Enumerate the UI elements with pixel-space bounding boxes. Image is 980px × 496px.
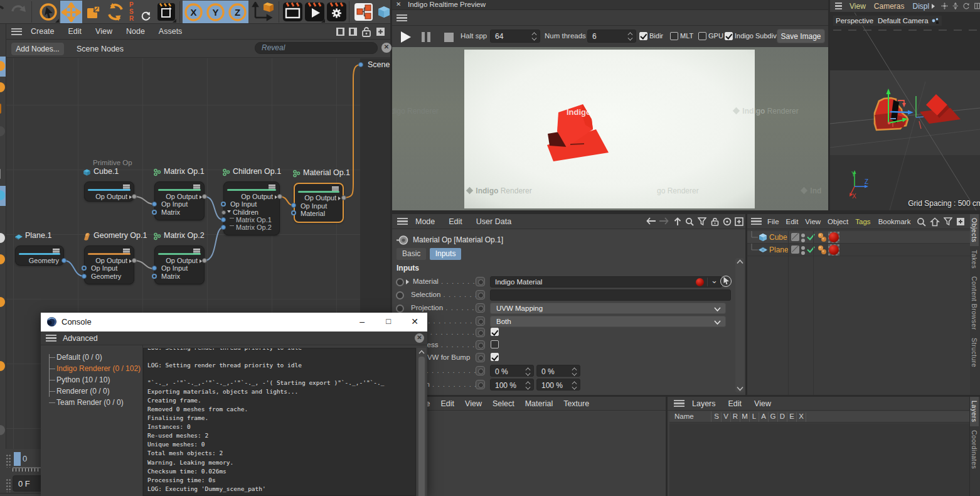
partial-tool-icon[interactable] [0, 143, 6, 163]
menu-assets[interactable]: Assets [159, 27, 183, 36]
port-geometry-output[interactable]: Geometry [29, 257, 59, 264]
menu-bookmark[interactable]: Bookmark [878, 218, 911, 225]
children-port-dot[interactable] [221, 210, 226, 215]
column-e[interactable]: E [787, 412, 797, 422]
repetition-v-field[interactable]: 100 % [536, 379, 580, 391]
node-plane-1[interactable]: Geometry [15, 245, 64, 266]
pick-object-icon[interactable] [720, 276, 732, 287]
tile-checkbox[interactable] [491, 328, 499, 336]
column-name[interactable]: Name [674, 412, 694, 420]
port-op-output[interactable]: Op Output [241, 193, 273, 200]
selection-field[interactable] [490, 289, 731, 301]
attribute-menu-icon[interactable] [397, 218, 408, 225]
offset-u-field[interactable]: 0 % [490, 365, 534, 377]
anim-dot[interactable] [396, 305, 404, 313]
dual-panel-icon[interactable] [348, 27, 358, 38]
side-tab-objects[interactable]: Objects [970, 214, 979, 246]
search-icon[interactable] [917, 217, 926, 229]
partial-tool-icon[interactable] [0, 122, 6, 142]
partial-tool-icon[interactable] [0, 186, 6, 206]
minimize-icon[interactable]: – [360, 316, 365, 326]
chevron-down-icon[interactable]: ⌄ [711, 276, 718, 285]
filter-icon[interactable] [698, 217, 706, 227]
pause-button[interactable] [421, 31, 431, 45]
port-op-input[interactable]: Op Input [301, 202, 327, 210]
output-port-dot[interactable] [277, 194, 282, 199]
menu-edit[interactable]: Edit [441, 399, 455, 408]
menu-view[interactable]: View [465, 399, 482, 408]
close-icon[interactable]: ✕ [396, 1, 401, 8]
menu-edit[interactable]: Edit [449, 217, 462, 226]
enabled-check-icon[interactable] [807, 246, 815, 253]
menu-select[interactable]: Select [493, 399, 514, 408]
partial-tool-icon[interactable] [0, 357, 6, 377]
console-scrollbar[interactable] [417, 348, 426, 496]
tree-item-team-render[interactable]: Team Render (0 / 0) [49, 398, 142, 407]
home-icon[interactable] [930, 217, 940, 229]
drag-grip[interactable] [6, 454, 11, 468]
console-log[interactable]: LOG: Setting render thread priority to i… [143, 348, 416, 496]
port-icon[interactable] [476, 316, 485, 326]
gpu-checkbox[interactable]: GPU [698, 31, 723, 40]
preview-menu-icon[interactable] [397, 14, 407, 21]
xpresso-tag-icon[interactable] [817, 232, 828, 242]
node-cube-1[interactable]: Op Output [84, 181, 134, 202]
partial-tool-icon[interactable] [0, 271, 6, 291]
projection-dropdown[interactable]: UVW Mapping [490, 303, 726, 314]
tree-item-indigo-renderer[interactable]: Indigo Renderer (0 / 102) [49, 364, 142, 373]
object-row-plane[interactable]: Plane [747, 244, 970, 256]
menu-layers[interactable]: Layers [692, 399, 716, 408]
zoom-view-icon[interactable] [952, 1, 959, 11]
anim-dot[interactable] [396, 291, 404, 299]
node-title[interactable]: Matrix Op.1 [164, 167, 205, 176]
anim-dot[interactable] [396, 278, 404, 286]
partial-tool-icon[interactable] [0, 99, 6, 119]
rotate-view-icon[interactable] [963, 1, 970, 11]
material-tag-icon[interactable] [828, 232, 839, 243]
psr-tool-button[interactable]: PSR [126, 1, 152, 23]
menu-mode[interactable]: Mode [415, 217, 435, 226]
filter-icon[interactable] [944, 217, 952, 227]
scene-nodes-button[interactable] [353, 1, 375, 23]
tree-item-default[interactable]: Default (0 / 0) [49, 353, 142, 362]
xpresso-tag-icon[interactable] [817, 245, 828, 255]
partial-tool-icon[interactable] [0, 314, 6, 334]
projection-label[interactable]: Perspective [833, 16, 876, 26]
object-menu-icon[interactable] [751, 218, 762, 225]
input-port-dot[interactable] [291, 203, 296, 208]
target-icon[interactable] [723, 217, 732, 228]
node-geometry-op-1[interactable]: Op Output Op Input Geometry [84, 245, 134, 284]
partial-tool-icon[interactable] [0, 250, 6, 270]
port-icon[interactable] [476, 366, 485, 375]
port-matrix[interactable]: Matrix [161, 208, 180, 216]
enabled-check-icon[interactable] [807, 234, 815, 240]
port-op-input[interactable]: Op Input [161, 264, 188, 272]
render-view-button[interactable] [282, 1, 304, 23]
node-editor-menu-icon[interactable] [11, 28, 22, 35]
port-material[interactable]: Material [301, 210, 325, 217]
port-icon[interactable] [476, 328, 485, 337]
port-icon[interactable] [476, 290, 485, 299]
tab-inputs[interactable]: Inputs [430, 248, 462, 260]
partial-tool-icon[interactable] [0, 57, 6, 77]
menu-edit[interactable]: Edit [68, 27, 82, 36]
port-icon[interactable] [476, 340, 485, 350]
visibility-dot-top[interactable] [801, 234, 805, 237]
port-op-output[interactable]: Op Output [95, 257, 127, 264]
material-field[interactable]: Indigo Material ⌄ [490, 276, 722, 288]
input-port-dot[interactable] [221, 225, 226, 230]
coordinate-system-button[interactable] [249, 1, 277, 23]
object-name[interactable]: Plane [769, 245, 789, 254]
node-title[interactable]: Material Op.1 [303, 168, 350, 177]
visibility-dot-top[interactable] [801, 246, 805, 250]
side-tab-content-browser[interactable]: Content Browser [970, 272, 979, 334]
partial-tool-icon[interactable] [0, 378, 6, 398]
port-matrix[interactable]: Matrix [161, 272, 180, 280]
port-op-input[interactable]: Op Input [230, 200, 257, 208]
side-dropdown[interactable]: Both [490, 316, 726, 327]
visibility-dot-bottom[interactable] [801, 239, 805, 242]
side-tab-layers[interactable]: Layers [970, 397, 979, 426]
partial-tool-icon[interactable] [0, 399, 6, 419]
add-nodes-button[interactable]: Add Nodes... [11, 43, 64, 55]
scale-tool-button[interactable] [82, 1, 104, 23]
